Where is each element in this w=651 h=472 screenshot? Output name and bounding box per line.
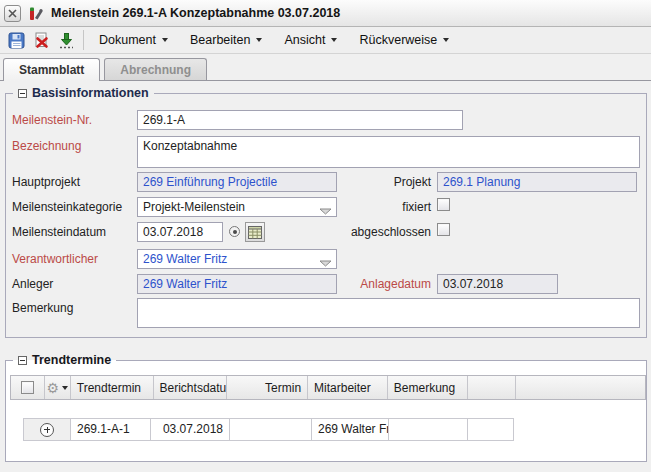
- menu-rueckverweise[interactable]: Rückverweise: [348, 27, 460, 53]
- delete-button[interactable]: [31, 29, 51, 51]
- menu-bearbeiten-label: Bearbeiten: [190, 33, 250, 47]
- cell-berichtsdatum: 03.07.2018: [150, 418, 230, 441]
- toolbar-separator: [83, 30, 84, 50]
- chevron-down-icon: [443, 38, 449, 42]
- cell-mitarbeiter: 269 Walter Fritz: [311, 418, 389, 441]
- fieldset-trend-legend: Trendtermine: [13, 353, 116, 367]
- meilensteindatum-input[interactable]: 03.07.2018: [137, 222, 223, 242]
- collapse-icon[interactable]: [18, 89, 27, 98]
- tab-abrechnung[interactable]: Abrechnung: [104, 58, 207, 80]
- column-header-trendtermin: Trendtermin: [71, 376, 154, 399]
- menu-dokument[interactable]: Dokument: [88, 27, 179, 53]
- tab-stammblatt[interactable]: Stammblatt: [3, 58, 100, 81]
- trend-table-header: ⚙ Trendtermin Berichtsdatum Termin Mitar…: [10, 375, 646, 400]
- gear-icon: ⚙: [47, 381, 60, 395]
- collapse-icon[interactable]: [18, 356, 27, 365]
- row-expand-cell: [23, 418, 71, 441]
- column-header-mitarbeiter: Mitarbeiter: [308, 376, 388, 399]
- abgeschlossen-label: abgeschlossen: [306, 225, 431, 239]
- fieldset-trendtermine: Trendtermine ⚙ Trendtermin Berichtsdatum…: [5, 360, 647, 462]
- column-header-berichtsdatum: Berichtsdatum: [154, 376, 228, 399]
- fieldset-trend-legend-label: Trendtermine: [32, 353, 111, 367]
- tab-bar: Stammblatt Abrechnung: [0, 54, 651, 81]
- meilensteindatum-label: Meilensteindatum: [12, 225, 136, 239]
- column-header-empty: [468, 376, 517, 399]
- chevron-down-icon: [62, 386, 68, 390]
- anleger-label: Anleger: [12, 277, 136, 291]
- cell-termin: [229, 418, 312, 441]
- table-row[interactable]: 269.1-A-1 03.07.2018 269 Walter Fritz: [23, 418, 514, 441]
- verantwortlicher-label: Verantwortlicher: [12, 252, 136, 266]
- save-button[interactable]: [6, 29, 26, 51]
- fieldset-basis-legend-label: Basisinformationen: [32, 86, 149, 100]
- chevron-down-icon: [162, 38, 168, 42]
- calendar-icon: [248, 226, 262, 239]
- cell-empty: [467, 418, 514, 441]
- menu-ansicht[interactable]: Ansicht: [273, 27, 348, 53]
- bezeichnung-textarea[interactable]: Konzeptabnahme: [137, 136, 640, 168]
- table-actions-cell[interactable]: ⚙: [45, 376, 71, 399]
- fieldset-basis-legend: Basisinformationen: [13, 86, 154, 100]
- close-icon: [8, 9, 17, 18]
- export-button[interactable]: [56, 29, 76, 51]
- date-fix-radio-icon[interactable]: [229, 226, 240, 237]
- cell-bemerkung: [388, 418, 468, 441]
- fixiert-checkbox[interactable]: [437, 198, 450, 211]
- select-all-checkbox[interactable]: [21, 381, 34, 394]
- fixiert-label: fixiert: [306, 200, 431, 214]
- verantwortlicher-select[interactable]: 269 Walter Fritz: [137, 249, 337, 269]
- window-title: Meilenstein 269.1-A Konzeptabnahme 03.07…: [51, 6, 340, 20]
- expand-plus-icon[interactable]: [40, 423, 54, 437]
- dropdown-arrow-icon: [319, 256, 332, 269]
- delete-icon: [33, 32, 50, 49]
- verantwortlicher-value: 269 Walter Fritz: [143, 252, 227, 266]
- calendar-button[interactable]: [245, 222, 265, 242]
- milestone-icon: [28, 6, 44, 21]
- column-header-bemerkung: Bemerkung: [388, 376, 468, 399]
- chevron-down-icon: [331, 38, 337, 42]
- window-titlebar: Meilenstein 269.1-A Konzeptabnahme 03.07…: [0, 0, 651, 27]
- column-header-termin: Termin: [227, 376, 308, 399]
- menu-bearbeiten[interactable]: Bearbeiten: [179, 27, 273, 53]
- bemerkung-textarea[interactable]: [137, 298, 640, 328]
- meilenstein-nr-input[interactable]: 269.1-A: [137, 110, 463, 130]
- bemerkung-label: Bemerkung: [12, 301, 136, 315]
- column-header-empty: [516, 376, 645, 399]
- save-icon: [8, 32, 25, 49]
- anlagedatum-field: 03.07.2018: [437, 274, 558, 294]
- meilensteinkategorie-label: Meilensteinkategorie: [12, 200, 136, 214]
- close-button[interactable]: [4, 5, 21, 22]
- anlagedatum-label: Anlagedatum: [306, 277, 431, 291]
- select-all-cell: [11, 376, 45, 399]
- cell-trendtermin: 269.1-A-1: [70, 418, 151, 441]
- hauptprojekt-label: Hauptprojekt: [12, 175, 136, 189]
- toolbar: Dokument Bearbeiten Ansicht Rückverweise: [0, 27, 651, 54]
- abgeschlossen-checkbox[interactable]: [437, 223, 450, 236]
- meilensteinkategorie-value: Projekt-Meilenstein: [143, 200, 245, 214]
- content-area: Basisinformationen Meilenstein-Nr. 269.1…: [0, 80, 651, 472]
- menu-rueckverweise-label: Rückverweise: [359, 33, 437, 47]
- projekt-label: Projekt: [306, 175, 431, 189]
- chevron-down-icon: [256, 38, 262, 42]
- fieldset-basisinformationen: Basisinformationen Meilenstein-Nr. 269.1…: [5, 93, 647, 338]
- export-icon: [58, 32, 75, 49]
- projekt-link-field[interactable]: 269.1 Planung: [437, 172, 637, 192]
- menu-dokument-label: Dokument: [99, 33, 156, 47]
- menu-ansicht-label: Ansicht: [284, 33, 325, 47]
- bezeichnung-label: Bezeichnung: [12, 139, 136, 153]
- meilenstein-nr-label: Meilenstein-Nr.: [12, 113, 136, 127]
